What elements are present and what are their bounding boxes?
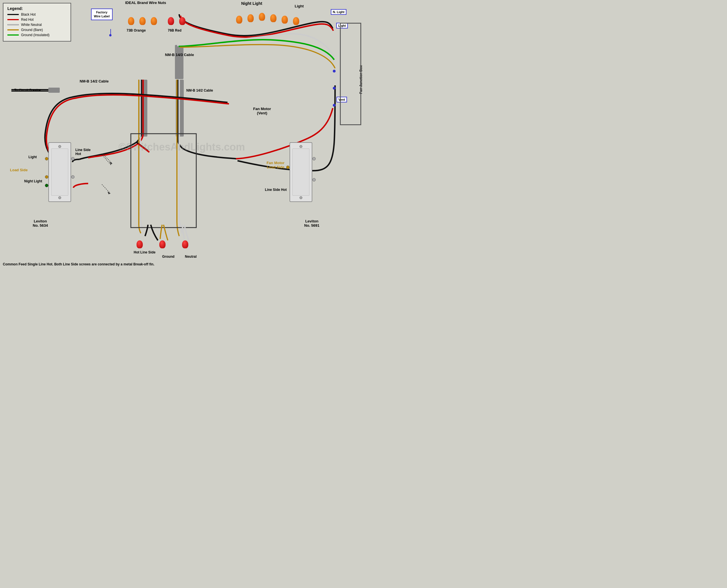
svg-point-11 [333,87,336,90]
wire-nut-orange-3 [151,17,157,25]
legend-label-ground-insulated: Ground (Insulated) [21,33,49,37]
factory-label-line1: Factory [94,10,110,14]
wire-nut-orange-1 [128,17,134,25]
switch-right-gold-screw [286,166,290,169]
common-feed-label: Common Feed Single Line Hot. Both Line S… [3,262,154,267]
factory-wire-label-box: Factory Wire Label [91,8,113,20]
wire-nut-top-5 [282,16,288,24]
switch-left-line-side-hot-label: Line SideHot [76,148,90,156]
wire-nut-top-4 [270,14,276,22]
legend-item-red: Red Hot [7,18,67,22]
n-light-blue-box: N. Light [331,9,346,15]
black-line-icon [7,14,19,15]
switch-left-ground-screw [45,184,48,187]
wire-nut-top-3 [259,13,265,21]
n-light-label: N. Light [333,10,344,14]
nm-b-143-label: NM-B 14/3 Cable [165,52,194,57]
switch-left-light-label: Light [28,155,37,159]
switch-left-bottom-screw [58,196,61,199]
hot-line-side-label: Hot Line Side [134,250,155,254]
switch-right-line-side-hot-label: Line Side Hot [265,188,287,192]
legend-label-black: Black Hot [21,13,36,17]
switch-left-load-side-label: Load Side [10,168,27,172]
switch-right-bottom-screw [300,196,302,199]
fan-motor-label: Fan Motor(Vent) [253,107,271,115]
tan-line-icon [7,29,19,30]
green-line-icon [7,35,19,36]
legend-item-ground-bare: Ground (Bare) [7,28,67,32]
switch-left-night-light-label: Night Light [24,179,42,183]
circuit-breaker-label: To Circuit Breaker [14,88,41,92]
switch-left-model-label: LevitonNo. 5634 [33,219,48,228]
switch-left-silver-screw-bottom [71,175,74,178]
switch-left-top-screw [58,145,61,148]
factory-label-dot-icon [109,34,111,37]
switch-right-fan-motor-load-label: Fan MotorLoad Side [266,161,284,169]
svg-line-6 [102,155,111,165]
wire-nut-red-1 [168,17,174,25]
wire-nut-bottom-ground [159,240,166,248]
wire-nut-top-2 [248,14,254,22]
svg-point-10 [333,70,336,72]
switch-left-paddle [51,148,68,196]
neutral-label: Neutral [185,255,196,258]
nm-b-142-right-label: NM-B 14/2 Cable [186,88,213,93]
switch-right-top-screw [300,145,302,148]
switch-left-body [48,142,71,202]
legend-item-black: Black Hot [7,13,67,17]
legend-item-ground-insulated: Ground (Insulated) [7,33,67,37]
legend-title: Legend: [7,6,67,11]
white-line-icon [7,24,19,25]
wire-nut-top-6 [293,17,299,25]
switch-left-silver-screw-top [71,157,74,161]
legend-item-white: White Neutral [7,23,67,27]
switch-right-model-label: LevitonNo. 5691 [304,219,319,228]
switch-right-body [290,142,312,202]
legend-label-white: White Neutral [21,23,42,27]
svg-point-12 [333,104,336,107]
wire-nut-bottom-neutral [182,240,188,248]
factory-label-line2: Wire Label [94,14,110,18]
wire-nut-orange-2 [140,17,146,25]
legend-box: Legend: Black Hot Red Hot White Neutral … [3,3,71,42]
legend-label-red: Red Hot [21,18,34,22]
73b-orange-label: 73B Orange [127,28,146,33]
factory-label-arrow-icon [110,29,111,35]
switch-left-gold-screw-top [45,157,48,161]
switch-left-gold-screw-bottom [45,175,48,178]
nm-b-142-top-label: NM-B 14/2 Cable [80,79,109,83]
ground-label: Ground [162,255,174,258]
svg-rect-3 [48,88,60,93]
red-line-icon [7,19,19,20]
light-label-top: Light [295,4,304,8]
76b-red-label: 76B Red [168,28,181,33]
switch-right-silver-screw-top [312,157,316,161]
wire-nut-top-1 [236,16,242,24]
svg-rect-0 [175,45,184,79]
night-light-label-top: Night Light [241,1,262,6]
legend-label-ground-bare: Ground (Bare) [21,28,43,32]
fan-junction-box [340,23,361,125]
switch-right-paddle [293,148,309,196]
ideal-brand-title: IDEAL Brand Wire Nuts [125,1,166,5]
wire-nut-red-2 [179,17,186,25]
wire-nut-bottom-hot [136,240,143,248]
ideal-brand-label: IDEAL Brand Wire Nuts [125,1,166,5]
switch-right-silver-screw-bottom [312,178,316,182]
svg-line-7 [102,184,110,193]
